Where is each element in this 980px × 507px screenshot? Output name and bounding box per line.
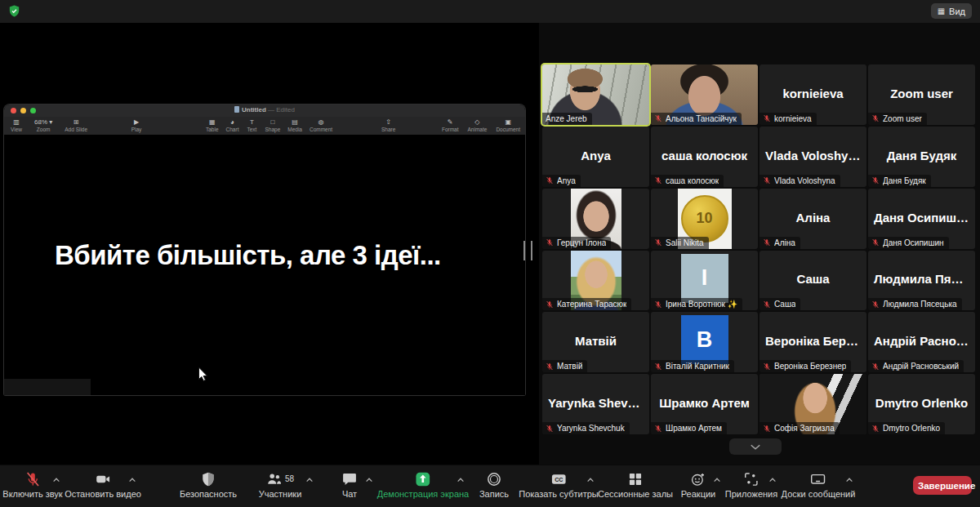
text-icon: T bbox=[250, 118, 254, 126]
toolbar-reactions-button[interactable]: Реакции bbox=[681, 470, 716, 499]
keynote-media-button[interactable]: ▤Media bbox=[287, 118, 302, 132]
chat-icon bbox=[341, 470, 358, 487]
participant-tile-вероніка-березнер[interactable]: Вероніка БерезнерВероніка Березнер bbox=[760, 312, 866, 372]
keynote-window: Untitled — Edited ▥View 68% ▾Zoom ⊞Add S… bbox=[4, 105, 525, 395]
keynote-view-button[interactable]: ▥View bbox=[11, 118, 22, 132]
participant-label: Альона Танасійчук bbox=[651, 113, 742, 125]
toolbar-captions-chevron-up-icon[interactable] bbox=[586, 471, 595, 486]
toolbar-whiteboard-label: Доски сообщений bbox=[782, 489, 856, 499]
participant-tile-anya[interactable]: AnyaAnya bbox=[542, 127, 649, 187]
keynote-play-button[interactable]: ▶Play bbox=[131, 118, 142, 132]
participant-label-text: Людмила Пясецька bbox=[883, 300, 957, 309]
toolbar-whiteboard-chevron-up-icon[interactable] bbox=[845, 471, 853, 486]
participant-tile-kornieieva[interactable]: kornieievakornieieva bbox=[760, 64, 866, 125]
participant-tile-софія-загризла[interactable]: Софія Загризла bbox=[760, 374, 866, 434]
participant-tile-саша-колосюк[interactable]: саша колосюксаша колосюк bbox=[651, 127, 758, 187]
toolbar-mute-chevron-up-icon[interactable] bbox=[52, 471, 60, 486]
mic-muted-icon bbox=[654, 238, 662, 247]
participant-tile-герцун-ілона[interactable]: Герцун Ілона bbox=[542, 189, 649, 249]
mic-muted-icon bbox=[654, 300, 662, 309]
view-button[interactable]: ▦ Вид bbox=[931, 3, 972, 19]
mic-muted-icon bbox=[654, 114, 662, 122]
participant-tile-аліна[interactable]: АлінаАліна bbox=[760, 189, 866, 249]
participant-label: Ірина Воротнюк ✨ bbox=[651, 298, 742, 310]
keynote-shape-button[interactable]: □Shape bbox=[265, 118, 280, 132]
participant-tile-даня-будяк[interactable]: Даня БудякДаня Будяк bbox=[868, 127, 975, 187]
mic-muted-icon bbox=[763, 425, 771, 433]
mic-muted-icon bbox=[871, 114, 880, 122]
toolbar-share-chevron-up-icon[interactable] bbox=[457, 471, 465, 486]
participant-label-text: Salii Nikita bbox=[666, 238, 704, 247]
participant-tile-андрій-расновський[interactable]: Андрій РасновськийАндрій Расновський bbox=[868, 312, 975, 372]
keynote-chart-button[interactable]: ◕Chart bbox=[226, 118, 239, 132]
encryption-shield-icon[interactable] bbox=[7, 4, 21, 18]
participant-label-text: Yarynka Shevchuk bbox=[557, 424, 625, 433]
end-meeting-button[interactable]: Завершение bbox=[913, 476, 972, 495]
slide-title-text: Вбийте більшість, але 3 ідеї... bbox=[55, 240, 441, 271]
toolbar-apps-chevron-up-icon[interactable] bbox=[768, 471, 777, 486]
participant-tile-yarynka-shevchuk[interactable]: Yarynka ShevchukYarynka Shevchuk bbox=[542, 374, 649, 434]
keynote-animate-button[interactable]: ◇Animate bbox=[468, 118, 488, 132]
mic-muted-icon bbox=[654, 176, 662, 185]
participant-name-large: Аліна bbox=[760, 211, 866, 225]
participant-tile-альона-танасійчук[interactable]: Альона Танасійчук bbox=[651, 64, 758, 125]
toolbar-video-label: Остановить видео bbox=[65, 489, 141, 499]
participant-label: kornieieva bbox=[760, 113, 817, 125]
toolbar-record-button[interactable]: Запись bbox=[479, 470, 509, 499]
toolbar-reactions-chevron-up-icon[interactable] bbox=[713, 471, 721, 486]
participant-tile-ірина-воротнюк[interactable]: IІрина Воротнюк ✨ bbox=[651, 251, 758, 311]
record-icon bbox=[486, 470, 502, 487]
panel-resize-handle[interactable] bbox=[523, 241, 532, 260]
keynote-add-slide-button[interactable]: ⊞Add Slide bbox=[65, 118, 87, 132]
shape-icon: □ bbox=[270, 118, 274, 126]
toolbar-chat-button[interactable]: Чат bbox=[341, 470, 358, 499]
participant-label: Vlada Voloshyna bbox=[760, 175, 840, 187]
participant-tile-salii-nikita[interactable]: 10Salii Nikita bbox=[651, 189, 758, 249]
toolbar-rooms-button[interactable]: Сессионные залы bbox=[598, 470, 673, 499]
participant-tile-vlada-voloshyna[interactable]: Vlada VoloshynaVlada Voloshyna bbox=[760, 127, 866, 187]
keynote-text-button[interactable]: TText bbox=[246, 118, 257, 132]
toolbar-chat-chevron-up-icon[interactable] bbox=[365, 471, 373, 486]
toolbar-share-button[interactable]: Демонстрация экрана bbox=[377, 470, 469, 499]
toolbar-participants-button[interactable]: 58Участники bbox=[259, 470, 302, 499]
keynote-share-button[interactable]: ⇧Share bbox=[381, 118, 395, 132]
participant-tile-катерина-тарасюк[interactable]: Катерина Тарасюк bbox=[542, 251, 649, 311]
toolbar-video-chevron-up-icon[interactable] bbox=[128, 471, 136, 486]
keynote-table-button[interactable]: ▦Table bbox=[206, 118, 219, 132]
toolbar-participants-chevron-up-icon[interactable] bbox=[305, 471, 314, 486]
participant-label: Yarynka Shevchuk bbox=[542, 422, 630, 434]
participant-label-text: Ірина Воротнюк ✨ bbox=[666, 300, 737, 309]
mic-muted-icon bbox=[763, 176, 771, 185]
participant-tile-даня-осипишин[interactable]: Даня ОсипишинДаня Осипишин bbox=[868, 189, 975, 249]
participant-name-large: Dmytro Orlenko bbox=[868, 396, 975, 410]
toolbar-record-label: Запись bbox=[479, 489, 509, 499]
keynote-share-group: ⇧Share bbox=[381, 118, 395, 132]
keynote-format-button[interactable]: ✎Format bbox=[442, 118, 459, 132]
participant-tile-матвій[interactable]: МатвійМатвій bbox=[542, 312, 649, 372]
participant-name-large: Даня Осипишин bbox=[868, 211, 975, 225]
participant-tile-zoom-user[interactable]: Zoom userZoom user bbox=[868, 64, 975, 125]
participant-label: Матвій bbox=[542, 360, 587, 372]
participant-tile-віталій-каритник[interactable]: BВіталій Каритник bbox=[651, 312, 758, 372]
participant-name-large: Yarynka Shevchuk bbox=[542, 396, 649, 410]
media-icon: ▤ bbox=[292, 118, 298, 126]
toolbar-whiteboard-button[interactable]: Доски сообщений bbox=[782, 470, 856, 499]
keynote-zoom-dropdown[interactable]: 68% ▾Zoom bbox=[34, 118, 52, 132]
participant-tile-anze-jereb[interactable]: Anze Jereb bbox=[542, 64, 649, 125]
participant-label-text: Zoom user bbox=[883, 114, 922, 123]
toolbar-security-button[interactable]: Безопасность bbox=[180, 470, 237, 499]
participant-label-text: kornieieva bbox=[774, 114, 812, 123]
participant-tile-шрамко-артем[interactable]: Шрамко АртемШрамко Артем bbox=[651, 374, 758, 434]
participant-tile-людмила-пясецька[interactable]: Людмила ПясецькаЛюдмила Пясецька bbox=[868, 251, 975, 311]
participant-label-text: Саша bbox=[774, 300, 795, 309]
next-participants-page-button[interactable] bbox=[729, 438, 782, 455]
participant-tile-dmytro-orlenko[interactable]: Dmytro OrlenkoDmytro Orlenko bbox=[868, 374, 975, 434]
participant-name-large: kornieieva bbox=[760, 87, 866, 100]
participant-label-text: Катерина Тарасюк bbox=[557, 300, 626, 309]
coin-image: 10 bbox=[681, 195, 728, 242]
participant-label-text: Даня Осипишин bbox=[883, 238, 944, 247]
keynote-comment-button[interactable]: ◍Comment bbox=[310, 118, 332, 132]
participant-tile-саша[interactable]: СашаСаша bbox=[760, 251, 866, 311]
participant-grid: Anze JerebАльона Танасійчукkornieievakor… bbox=[542, 64, 975, 434]
keynote-document-button[interactable]: ▣Document bbox=[496, 118, 520, 132]
